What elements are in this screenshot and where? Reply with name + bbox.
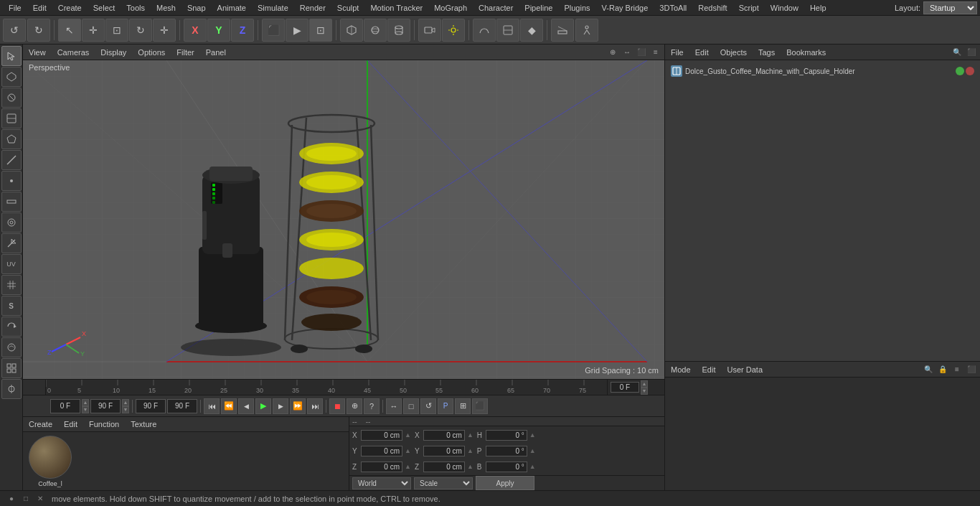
object-render-dot[interactable] <box>966 67 974 75</box>
menu-simulate[interactable]: Simulate <box>252 2 294 14</box>
z-pos-input[interactable] <box>361 462 402 472</box>
menu-file[interactable]: File <box>3 2 27 14</box>
menu-help[interactable]: Help <box>804 2 832 14</box>
transform-tool[interactable]: ✛ <box>153 19 176 42</box>
pb-move-btn[interactable]: ↔ <box>386 398 402 414</box>
sidebar-grid[interactable] <box>1 275 22 295</box>
z-size-arrow[interactable]: ▲ <box>466 463 474 470</box>
sidebar-paint-2[interactable] <box>1 337 22 357</box>
y-size-input[interactable] <box>423 446 465 456</box>
z-pos-arrow[interactable]: ▲ <box>404 463 412 470</box>
x-size-input[interactable] <box>423 430 465 441</box>
timeline-content[interactable]: 0 5 10 15 20 25 30 35 <box>46 380 607 395</box>
object-visible-dot[interactable] <box>956 67 964 75</box>
attr-more-icon[interactable]: ≡ <box>951 364 963 375</box>
p-rot-input[interactable] <box>486 446 527 456</box>
attr-lock-icon[interactable]: 🔒 <box>937 364 948 375</box>
om-bookmarks-menu[interactable]: Bookmarks <box>783 47 829 58</box>
menu-sculpt[interactable]: Sculpt <box>331 2 365 14</box>
sidebar-normal[interactable] <box>1 233 22 253</box>
menu-edit[interactable]: Edit <box>27 2 52 14</box>
cylinder-btn[interactable] <box>387 19 410 42</box>
rotate-tool[interactable]: ↻ <box>129 19 152 42</box>
start-frame-down[interactable]: ▼ <box>82 406 89 413</box>
sidebar-paint-tool[interactable] <box>1 108 22 128</box>
camera-btn[interactable] <box>418 19 441 42</box>
status-icon-2[interactable]: □ <box>20 493 32 505</box>
sphere-btn[interactable] <box>364 19 387 42</box>
om-search-icon[interactable]: 🔍 <box>951 47 963 58</box>
sidebar-sculpt-tool[interactable] <box>1 88 22 108</box>
frame-down-btn[interactable]: ▼ <box>641 388 648 395</box>
sidebar-s-btn[interactable]: S <box>1 296 22 316</box>
h-rot-arrow[interactable]: ▲ <box>529 431 537 439</box>
sidebar-move-2[interactable] <box>1 212 22 233</box>
attr-mode-menu[interactable]: Mode <box>668 364 694 375</box>
attr-userdata-menu[interactable]: User Data <box>725 364 766 375</box>
y-pos-input[interactable] <box>361 446 402 456</box>
attr-search-icon[interactable]: 🔍 <box>923 364 934 375</box>
end-frame-down[interactable]: ▼ <box>122 406 129 413</box>
attr-edit-menu[interactable]: Edit <box>699 364 719 375</box>
sidebar-rotate-2[interactable] <box>1 317 22 337</box>
sidebar-uv[interactable]: UV <box>1 254 22 274</box>
prev-key-btn[interactable]: ⏪ <box>221 398 237 414</box>
sidebar-cursor-tool[interactable] <box>1 46 22 66</box>
om-objects-menu[interactable]: Objects <box>717 47 750 58</box>
menu-window[interactable]: Window <box>765 2 804 14</box>
menu-render[interactable]: Render <box>294 2 331 14</box>
start-frame-up[interactable]: ▲ <box>82 399 89 406</box>
pb-select-btn[interactable]: □ <box>403 398 419 414</box>
light-btn[interactable] <box>442 19 465 42</box>
menu-3dtoall[interactable]: 3DToAll <box>654 2 692 14</box>
menu-create[interactable]: Create <box>52 2 88 14</box>
mat-create-menu[interactable]: Create <box>26 418 55 430</box>
floor-btn[interactable] <box>551 19 574 42</box>
scale-tool[interactable]: ⊡ <box>105 19 128 42</box>
pb-grid3-btn[interactable]: ⊞ <box>455 398 471 414</box>
menu-mesh[interactable]: Mesh <box>151 2 182 14</box>
next-key-btn[interactable]: ⏩ <box>290 398 306 414</box>
render-view-btn[interactable]: ▶ <box>286 19 308 42</box>
sidebar-grid-2[interactable] <box>1 358 22 378</box>
menu-script[interactable]: Script <box>733 2 765 14</box>
sidebar-point-tool[interactable] <box>1 171 22 191</box>
y-pos-arrow[interactable]: ▲ <box>404 447 412 454</box>
view-menu[interactable]: View <box>26 47 49 58</box>
om-expand-icon[interactable]: ⬛ <box>966 47 977 58</box>
object-item-0[interactable]: Dolce_Gusto_Coffee_Machine_with_Capsule_… <box>668 63 977 79</box>
menu-select[interactable]: Select <box>88 2 121 14</box>
diamond-btn[interactable]: ◆ <box>520 19 543 42</box>
render-btn[interactable]: ⊡ <box>309 19 332 42</box>
viewport[interactable]: Perspective Grid Spacing : 10 cm X Y Z <box>23 60 664 379</box>
render-region-btn[interactable]: ⬛ <box>262 19 285 42</box>
apply-button[interactable]: Apply <box>476 476 534 490</box>
p-rot-arrow[interactable]: ▲ <box>529 447 537 454</box>
start-frame-input[interactable] <box>50 399 80 413</box>
b-rot-arrow[interactable]: ▲ <box>529 463 537 470</box>
om-tags-menu[interactable]: Tags <box>755 47 778 58</box>
layout-select[interactable]: Startup Standard Minimal <box>923 1 977 14</box>
world-dropdown[interactable]: World <box>352 477 411 489</box>
sidebar-polygon-tool[interactable] <box>1 129 22 149</box>
pb-render2-btn[interactable]: ⬛ <box>472 398 488 414</box>
end-frame-up[interactable]: ▲ <box>122 399 129 406</box>
pb-p-btn[interactable]: P <box>438 398 453 414</box>
om-edit-menu[interactable]: Edit <box>692 47 712 58</box>
status-icon-3[interactable]: ✕ <box>34 493 46 505</box>
frame-up-btn[interactable]: ▲ <box>641 380 648 388</box>
viewport-lock-icon[interactable]: ⊕ <box>607 47 618 58</box>
x-axis-btn[interactable]: X <box>184 19 207 42</box>
move-tool[interactable]: ✛ <box>82 19 105 42</box>
scale-dropdown[interactable]: Scale <box>414 477 473 489</box>
character-btn[interactable] <box>575 19 598 42</box>
z-size-input[interactable] <box>423 462 465 472</box>
cameras-menu[interactable]: Cameras <box>55 47 93 58</box>
sidebar-object-paint[interactable] <box>1 192 22 212</box>
panel-menu[interactable]: Panel <box>203 47 229 58</box>
menu-mograph[interactable]: MoGraph <box>428 2 473 14</box>
help-btn[interactable]: ? <box>364 398 380 414</box>
mat-texture-menu[interactable]: Texture <box>128 418 159 430</box>
x-pos-input[interactable] <box>361 430 402 441</box>
end-frame-input[interactable] <box>90 399 121 413</box>
